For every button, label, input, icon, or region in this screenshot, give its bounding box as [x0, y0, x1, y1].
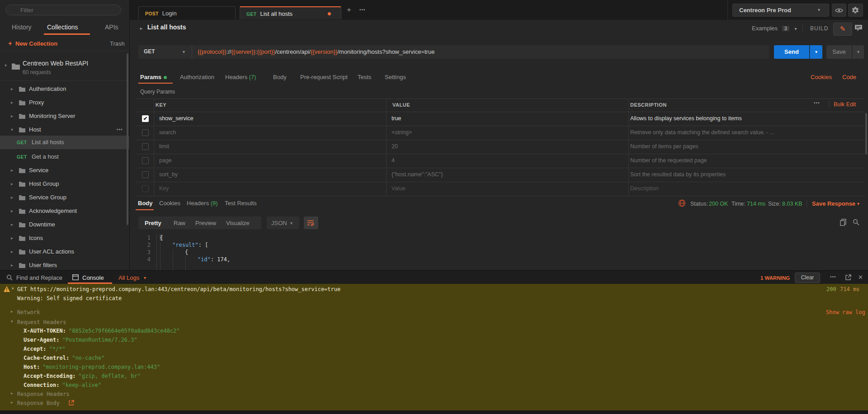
tab-headers[interactable]: Headers (7) [225, 74, 256, 80]
response-tab-body[interactable]: Body [138, 200, 153, 207]
tab-login[interactable]: POSTLogin [138, 6, 236, 19]
response-tab-test-results[interactable]: Test Results [225, 200, 257, 207]
sidebar-folder-host-group[interactable]: ▸ Host Group [0, 177, 129, 191]
search-response-button[interactable] [853, 219, 859, 227]
settings-button[interactable] [848, 4, 863, 17]
param-value-placeholder[interactable]: Value [392, 182, 406, 196]
cookies-link[interactable]: Cookies [811, 74, 832, 80]
save-response-button[interactable]: Save Response [812, 200, 855, 207]
param-checkbox[interactable] [142, 171, 149, 178]
param-checkbox[interactable] [142, 143, 149, 150]
copy-button[interactable] [840, 219, 847, 227]
response-body-editor[interactable]: 1 { 2 "result": [ 3 { 4 "id": 174, [130, 233, 868, 270]
url-input[interactable]: {{protocol}}://{{server}}:{{port}}/centr… [192, 45, 769, 59]
sidebar-tab-history[interactable]: History [12, 24, 32, 31]
param-key-placeholder[interactable]: Key [159, 182, 169, 196]
more-tabs-button[interactable]: ••• [359, 7, 366, 12]
param-description[interactable]: Sort the resulted data by its properties [630, 168, 726, 182]
console-response-body-section[interactable]: Response Body [17, 400, 60, 407]
param-description[interactable]: Number of items per pages [630, 140, 698, 154]
tab-list-all-hosts[interactable]: GETList all hosts [240, 6, 341, 19]
send-button[interactable]: Send [774, 45, 809, 59]
sidebar-folder-authentication[interactable]: ▸ Authentication [0, 82, 129, 96]
param-value[interactable]: 20 [392, 140, 398, 154]
find-and-replace-button[interactable]: Find and Replace [16, 274, 62, 281]
param-value[interactable]: 4 [392, 154, 395, 168]
environment-selector[interactable]: Centreon Pre Prod ▾ [732, 4, 829, 17]
tab-prerequest-script[interactable]: Pre-request Script [300, 74, 348, 80]
tab-tests[interactable]: Tests [358, 74, 371, 80]
param-checkbox[interactable] [142, 157, 149, 164]
new-collection-button[interactable]: New Collection [15, 40, 57, 47]
more-icon[interactable]: ••• [117, 123, 123, 136]
sidebar-tab-collections[interactable]: Collections [47, 24, 78, 31]
show-raw-log-link[interactable]: Show raw log [826, 309, 865, 316]
sidebar-folder-icons[interactable]: ▸ Icons [0, 231, 129, 245]
param-description[interactable]: Retrieve only data matching the defined … [630, 126, 775, 140]
sidebar-folder-downtime[interactable]: ▸ Downtime [0, 218, 129, 231]
comments-button[interactable] [854, 24, 863, 33]
param-key[interactable]: sort_by [159, 168, 178, 182]
caret-right-icon[interactable]: ▸ [140, 26, 142, 31]
close-console-icon[interactable]: ✕ [858, 274, 863, 281]
sidebar-folder-monitoring-server[interactable]: ▸ Monitoring Server [0, 109, 129, 123]
network-error-icon[interactable] [678, 199, 686, 207]
response-tab-cookies[interactable]: Cookies [159, 200, 180, 207]
tab-authorization[interactable]: Authorization [180, 74, 214, 80]
sidebar-request-get-a-host[interactable]: GET Get a host [0, 150, 129, 164]
edit-button[interactable]: ✎ [833, 23, 852, 36]
param-checkbox-checked[interactable]: ✔ [142, 115, 149, 122]
trash-button[interactable]: Trash [110, 40, 125, 47]
view-visualize[interactable]: Visualize [226, 220, 250, 226]
sidebar-tab-apis[interactable]: APIs [105, 24, 118, 31]
tab-settings[interactable]: Settings [385, 74, 406, 80]
clear-console-button[interactable]: Clear [795, 273, 820, 283]
save-button[interactable]: Save [826, 45, 852, 59]
filter-input[interactable] [5, 5, 121, 15]
param-value[interactable]: {"host.name":"ASC"} [392, 168, 443, 182]
response-tab-headers[interactable]: Headers (9) [187, 200, 218, 207]
param-checkbox[interactable] [142, 185, 149, 192]
caret-down-icon[interactable]: ▾ [5, 63, 7, 68]
console-log[interactable]: ▾ GET https://monitoring-preprod.company… [0, 284, 868, 410]
new-tab-button[interactable]: + [347, 5, 351, 14]
view-preview[interactable]: Preview [195, 220, 216, 226]
caret-right-icon[interactable]: ▸ [11, 400, 13, 405]
environment-preview-button[interactable] [832, 4, 846, 17]
tab-body[interactable]: Body [273, 74, 287, 80]
sidebar-folder-user-acl-actions[interactable]: ▸ User ACL actions [0, 245, 129, 259]
param-value[interactable]: true [392, 112, 401, 126]
caret-right-icon[interactable]: ▸ [11, 391, 13, 395]
param-description[interactable]: Allows to display services belonging to … [630, 112, 742, 126]
sidebar-scrollbar[interactable] [127, 53, 128, 225]
param-description[interactable]: Number of the requested page [630, 154, 707, 168]
params-more-icon[interactable]: ••• [814, 100, 820, 105]
sidebar-folder-host[interactable]: ▾ Host ••• [0, 123, 129, 136]
sidebar-folder-service[interactable]: ▸ Service [0, 164, 129, 177]
param-description-placeholder[interactable]: Description [630, 182, 659, 196]
chevron-down-icon[interactable]: ▾ [857, 201, 859, 206]
console-request-headers-section[interactable]: Request Headers [17, 319, 66, 326]
view-raw[interactable]: Raw [174, 220, 185, 226]
caret-down-icon[interactable]: ▾ [12, 286, 14, 291]
collection-root[interactable]: ▾ Centreon Web RestAPI 60 requests [0, 52, 129, 80]
params-scrollbar[interactable] [865, 113, 867, 155]
sidebar-folder-acknowledgement[interactable]: ▸ Acknowledgement [0, 204, 129, 218]
send-options-button[interactable]: ▾ [810, 45, 822, 59]
all-logs-dropdown[interactable]: All Logs [118, 274, 139, 281]
param-key[interactable]: page [159, 154, 172, 168]
sidebar-folder-proxy[interactable]: ▸ Proxy [0, 96, 129, 109]
console-tab[interactable]: Console [82, 274, 104, 281]
build-label[interactable]: BUILD [810, 25, 828, 32]
save-options-button[interactable]: ▾ [852, 45, 864, 59]
param-key[interactable]: show_service [159, 112, 193, 126]
console-more-icon[interactable]: ••• [830, 274, 836, 279]
caret-right-icon[interactable]: ▸ [11, 309, 13, 314]
method-dropdown[interactable]: GET ▾ [138, 45, 192, 59]
param-checkbox[interactable] [142, 129, 149, 136]
bulk-edit-link[interactable]: Bulk Edit [834, 101, 856, 108]
sidebar-folder-service-group[interactable]: ▸ Service Group [0, 191, 129, 204]
sidebar-request-list-all-hosts[interactable]: GET List all hosts [0, 136, 129, 149]
view-pretty[interactable]: Pretty [145, 220, 161, 226]
console-network-section[interactable]: Network [17, 309, 40, 316]
